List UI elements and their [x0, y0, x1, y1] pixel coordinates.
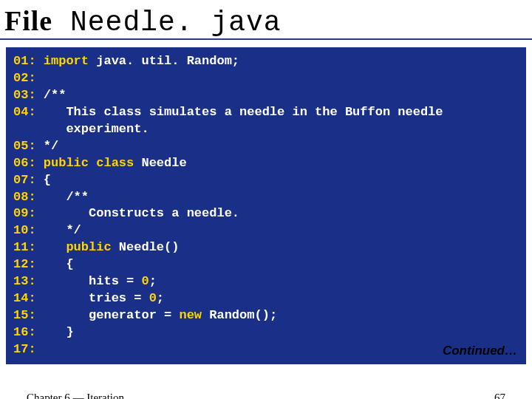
code-line: 04: This class simulates a needle in the…	[13, 104, 519, 121]
code-line: 15: generator = new Random();	[13, 307, 519, 324]
code-line: experiment.	[13, 121, 519, 138]
code-line: 10: */	[13, 222, 519, 239]
page-number: 67	[494, 392, 505, 399]
code-line: 09: Constructs a needle.	[13, 205, 519, 222]
code-line: 03: /**	[13, 87, 519, 104]
slide-title: File Needle. java	[0, 0, 532, 40]
title-word1: File	[4, 5, 52, 36]
code-line: 12: {	[13, 256, 519, 273]
chapter-label: Chapter 6 — Iteration	[27, 392, 124, 399]
code-line: 06: public class Needle	[13, 155, 519, 172]
code-line: 13: hits = 0;	[13, 273, 519, 290]
code-lines: 01: import java. util. Random;02:03: /**…	[13, 53, 519, 358]
code-line: 05: */	[13, 138, 519, 155]
code-line: 01: import java. util. Random;	[13, 53, 519, 70]
continued-label: Continued…	[443, 343, 517, 360]
title-rest: Needle. java	[52, 7, 281, 38]
code-line: 08: /**	[13, 189, 519, 206]
code-box: 01: import java. util. Random;02:03: /**…	[6, 47, 526, 364]
code-line: 02:	[13, 70, 519, 87]
code-line: 07: {	[13, 172, 519, 189]
code-line: 14: tries = 0;	[13, 290, 519, 307]
code-line: 16: }	[13, 324, 519, 341]
code-line: 11: public Needle()	[13, 239, 519, 256]
